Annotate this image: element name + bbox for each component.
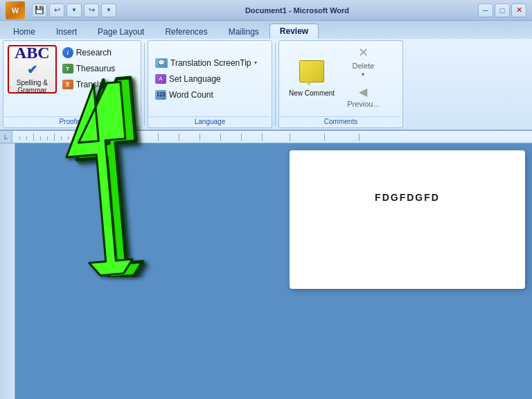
ruler-marks [12, 131, 532, 143]
document-area: FDGFDGFD [0, 143, 532, 399]
spelling-grammar-button[interactable]: ABC ✔ Spelling &Grammar [8, 45, 57, 94]
proofing-small-buttons: i Research T Thesaurus 文 Translate [60, 45, 118, 92]
tab-insert[interactable]: Insert [46, 24, 87, 39]
document-page[interactable]: FDGFDGFD [15, 143, 532, 399]
spelling-grammar-label: Spelling &Grammar [17, 79, 48, 94]
set-language-button[interactable]: A Set Language [152, 71, 260, 87]
delete-label: Delete [352, 62, 374, 70]
language-small-buttons: 💬 Translation ScreenTip ▾ A Set Language… [152, 55, 260, 103]
language-group: 💬 Translation ScreenTip ▾ A Set Language… [148, 40, 272, 128]
translate-button[interactable]: 文 Translate [60, 77, 118, 92]
word-count-label: Word Count [169, 90, 213, 100]
ruler-tick [75, 134, 76, 141]
new-comment-button[interactable]: New Comment [283, 56, 340, 101]
comment-icon [299, 60, 324, 82]
title-bar: W 💾 ↩ ▼ ↪ ▼ Document1 - Microsoft Word ─… [0, 0, 532, 21]
ruler-tick [137, 134, 138, 141]
translate-icon: 文 [62, 80, 73, 89]
set-language-icon: A [155, 74, 166, 84]
proofing-group: ABC ✔ Spelling &Grammar i Research T The… [3, 40, 141, 128]
ruler-tick [68, 136, 69, 140]
previous-icon: ◀ [359, 85, 367, 98]
ribbon-content: ABC ✔ Spelling &Grammar i Research T The… [0, 39, 532, 130]
ruler-tick [26, 136, 27, 140]
proofing-group-content: ABC ✔ Spelling &Grammar i Research T The… [5, 42, 139, 115]
close-button[interactable]: ✕ [511, 3, 526, 17]
tab-review[interactable]: Review [269, 24, 319, 39]
redo-button[interactable]: ↪ [84, 3, 99, 17]
ruler-tick [116, 134, 117, 141]
delete-dropdown-icon: ▾ [362, 71, 364, 78]
ruler-tick [262, 134, 263, 141]
ruler-tick [19, 136, 20, 140]
checkmark-icon: ✔ [27, 62, 37, 78]
translation-screentip-button[interactable]: 💬 Translation ScreenTip ▾ [152, 55, 260, 71]
previous-button[interactable]: ◀ Previou... [343, 79, 383, 114]
word-count-button[interactable]: 123 Word Count [152, 87, 260, 103]
ruler-tick [40, 136, 41, 140]
separator-1 [144, 43, 145, 125]
language-group-label: Language [150, 116, 270, 126]
tab-home[interactable]: Home [3, 24, 46, 39]
proofing-group-label: Proofing [5, 116, 139, 126]
ruler-tick [61, 136, 62, 140]
ruler: L [0, 131, 532, 143]
translation-screentip-icon: 💬 [155, 58, 168, 68]
customize-button[interactable]: ▼ [101, 3, 116, 17]
quick-access-toolbar: 💾 ↩ ▼ ↪ ▼ [32, 3, 116, 17]
ruler-tick [47, 136, 48, 140]
word-count-icon: 123 [155, 90, 166, 100]
ruler-tick [158, 134, 159, 141]
translation-screentip-label: Translation ScreenTip [170, 58, 251, 68]
undo-dropdown[interactable]: ▼ [66, 3, 82, 17]
left-ruler [0, 143, 15, 399]
tab-bar: Home Insert Page Layout References Maili… [0, 21, 532, 39]
ruler-slider[interactable] [123, 131, 129, 138]
separator-2 [275, 43, 276, 125]
ruler-tick [54, 134, 55, 141]
thesaurus-label: Thesaurus [76, 64, 116, 73]
undo-button[interactable]: ↩ [49, 3, 64, 17]
translate-label: Translate [76, 80, 111, 89]
ruler-tick [241, 134, 242, 141]
comments-group-content: New Comment ✕ Delete ▾ ◀ Previou... [281, 42, 401, 115]
set-language-label: Set Language [169, 74, 221, 84]
language-group-content: 💬 Translation ScreenTip ▾ A Set Language… [150, 42, 270, 115]
ruler-tick [220, 134, 221, 141]
tab-page-layout[interactable]: Page Layout [87, 24, 154, 39]
ruler-tick [82, 136, 82, 140]
document-text: FDGFDGFD [375, 192, 440, 203]
minimize-button[interactable]: ─ [478, 3, 493, 17]
comments-group-label: Comments [281, 116, 401, 126]
ruler-tick [96, 134, 96, 141]
maximize-button[interactable]: □ [495, 3, 510, 17]
previous-label: Previou... [347, 100, 379, 108]
comments-group: New Comment ✕ Delete ▾ ◀ Previou... Comm… [278, 40, 403, 128]
ruler-tick [33, 134, 34, 141]
tab-mailings[interactable]: Mailings [218, 24, 269, 39]
research-icon: i [62, 47, 73, 58]
ruler-tick [290, 134, 290, 141]
delete-button[interactable]: ✕ Delete ▾ [343, 44, 383, 78]
thesaurus-button[interactable]: T Thesaurus [60, 61, 118, 76]
abc-icon: ABC [15, 44, 50, 61]
new-comment-label: New Comment [289, 89, 335, 97]
page-sheet: FDGFDGFD [290, 150, 525, 289]
comment-action-buttons: ✕ Delete ▾ ◀ Previou... [343, 44, 383, 114]
window-title: Document1 - Microsoft Word [121, 6, 474, 15]
delete-icon: ✕ [358, 45, 369, 60]
ribbon: Home Insert Page Layout References Maili… [0, 21, 532, 131]
thesaurus-icon: T [62, 64, 73, 73]
office-button[interactable]: W [6, 1, 25, 19]
save-button[interactable]: 💾 [32, 3, 47, 17]
ruler-tick [179, 134, 179, 141]
tab-references[interactable]: References [154, 24, 218, 39]
dropdown-arrow-icon: ▾ [254, 60, 257, 66]
ruler-tick [324, 134, 325, 141]
research-label: Research [76, 48, 112, 57]
ruler-tick [200, 134, 200, 141]
research-button[interactable]: i Research [60, 45, 118, 60]
ruler-corner-button[interactable]: L [0, 131, 12, 143]
ruler-tick [359, 134, 360, 141]
